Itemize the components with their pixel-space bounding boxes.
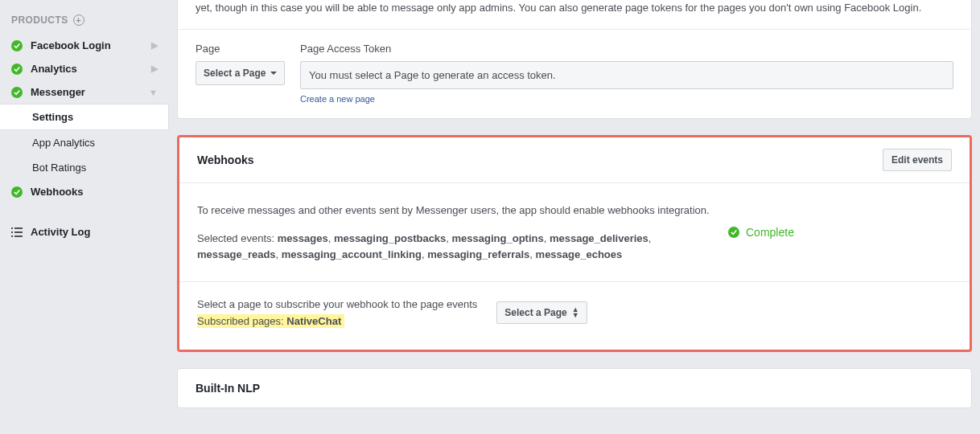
products-heading-label: PRODUCTS (11, 14, 68, 26)
sidebar-sub-settings[interactable]: Settings (0, 104, 169, 130)
sort-icon: ▲▼ (572, 307, 579, 318)
chevron-right-icon: ▶ (151, 40, 158, 51)
sidebar-item-label: Activity Log (31, 226, 90, 238)
sidebar-item-messenger[interactable]: Messenger ▼ (0, 80, 169, 104)
page-label: Page (196, 43, 286, 55)
subscribe-instruction: Select a page to subscribe your webhook … (197, 298, 477, 310)
webhooks-status-label: Complete (746, 226, 794, 239)
select-page-label: Select a Page (204, 68, 266, 79)
sidebar-item-facebook-login[interactable]: Facebook Login ▶ (0, 34, 169, 57)
sidebar-item-label: Webhooks (31, 186, 158, 198)
subscribed-page-name: NativeChat (286, 315, 341, 327)
webhooks-title: Webhooks (197, 154, 883, 166)
subscribed-pages: Subscribed pages: NativeChat (197, 314, 344, 328)
select-page-subscribe-dropdown[interactable]: Select a Page ▲▼ (496, 301, 587, 324)
panel-webhooks: Webhooks Edit events To receive messages… (177, 135, 972, 353)
create-new-page-link[interactable]: Create a new page (300, 94, 953, 104)
activity-log-icon (11, 227, 23, 237)
check-icon (11, 87, 23, 98)
caret-down-icon (270, 72, 277, 75)
selected-events: Selected events: messages, messaging_pos… (197, 231, 712, 262)
webhooks-status: Complete (728, 226, 794, 239)
sidebar-sub-app-analytics[interactable]: App Analytics (0, 130, 169, 155)
sidebar-item-webhooks[interactable]: Webhooks (0, 180, 169, 203)
sidebar: PRODUCTS + Facebook Login ▶ Analytics ▶ … (0, 0, 169, 434)
chevron-right-icon: ▶ (151, 63, 158, 74)
main-content: yet, though in this case you will be abl… (169, 0, 980, 434)
selected-events-label: Selected events: (197, 232, 274, 244)
plus-icon[interactable]: + (73, 14, 84, 26)
chevron-down-icon: ▼ (149, 88, 158, 97)
panel-page-token: yet, though in this case you will be abl… (177, 0, 972, 119)
sidebar-sub-bot-ratings[interactable]: Bot Ratings (0, 155, 169, 180)
edit-events-button[interactable]: Edit events (883, 149, 952, 171)
check-icon (728, 227, 739, 238)
check-icon (11, 186, 23, 198)
sidebar-activity-log[interactable]: Activity Log (0, 218, 169, 246)
webhooks-description: To receive messages and other events sen… (197, 203, 712, 219)
select-page-dropdown[interactable]: Select a Page (196, 61, 285, 85)
check-icon (11, 63, 23, 75)
nlp-title: Built-In NLP (178, 369, 971, 407)
page-token-intro: yet, though in this case you will be abl… (178, 0, 971, 29)
sidebar-item-label: Messenger (31, 86, 149, 98)
token-field: You must select a Page to generate an ac… (300, 61, 953, 89)
sidebar-item-label: Facebook Login (31, 39, 151, 51)
token-label: Page Access Token (300, 43, 953, 55)
check-icon (11, 40, 23, 51)
subscribed-pages-label: Subscribed pages: (197, 315, 284, 327)
sidebar-item-label: Analytics (31, 63, 151, 75)
products-heading: PRODUCTS + (0, 14, 169, 34)
sidebar-item-analytics[interactable]: Analytics ▶ (0, 57, 169, 80)
panel-nlp: Built-In NLP (177, 368, 972, 408)
